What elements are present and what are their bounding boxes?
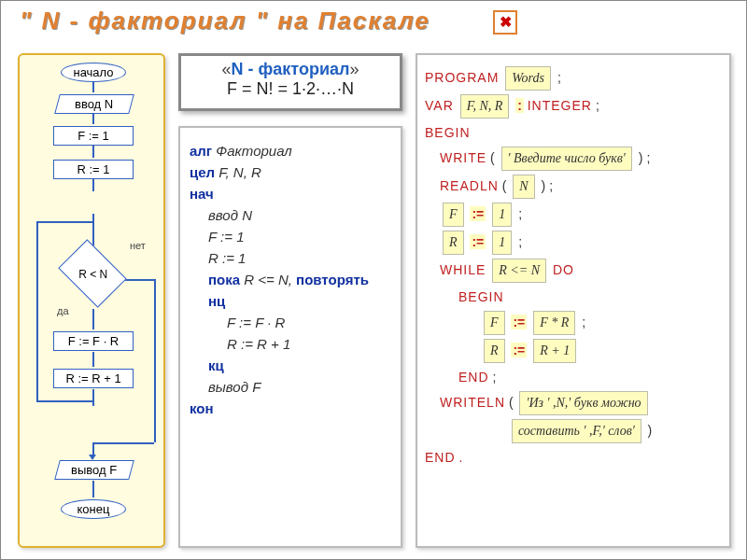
- flow-output: вывод F: [54, 460, 134, 480]
- flow-no-label: нет: [130, 240, 146, 251]
- slide: " N - факториал " на Паскале ✖ начало вв…: [0, 0, 747, 560]
- flow-yes-label: да: [57, 305, 69, 316]
- close-button[interactable]: ✖: [493, 10, 517, 35]
- mid-header: «N - факториал» F = N! = 1·2·…·N: [178, 53, 402, 111]
- flow-r-init: R := 1: [53, 160, 134, 179]
- formula-text: F = N! = 1·2·…·N: [181, 79, 400, 99]
- flow-r-update: R := R + 1: [53, 369, 134, 388]
- flow-condition: R < N: [58, 239, 127, 308]
- flowchart-panel: начало ввод N F := 1 R := 1 R < N да нет…: [18, 53, 165, 548]
- flow-f-init: F := 1: [53, 126, 134, 146]
- flow-f-update: F := F · R: [53, 331, 134, 351]
- flow-start: начало: [61, 63, 126, 82]
- close-icon: ✖: [500, 14, 512, 30]
- page-title: " N - факториал " на Паскале: [20, 7, 430, 35]
- algorithm-panel: алг Факториал цел F, N, R нач ввод N F :…: [178, 126, 402, 548]
- flow-input: ввод N: [54, 94, 134, 114]
- flow-end: конец: [61, 499, 126, 519]
- pascal-panel: PROGRAM Words; VAR F, N, R : INTEGER; BE…: [416, 53, 731, 548]
